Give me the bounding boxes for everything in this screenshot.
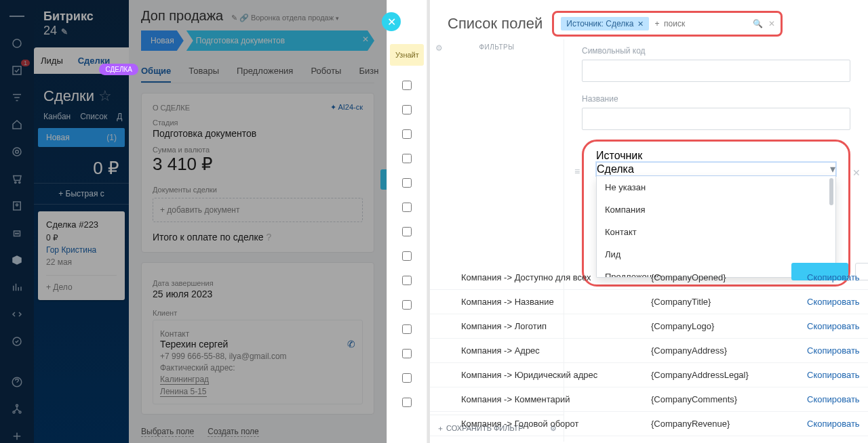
scrollbar[interactable]	[829, 178, 833, 205]
row-checkbox[interactable]	[402, 178, 412, 188]
row-checkbox[interactable]	[402, 154, 412, 163]
token-remove[interactable]: ✕	[637, 20, 644, 28]
copy-link[interactable]: Скопировать	[807, 345, 860, 356]
field-name: Компания -> Название	[461, 297, 651, 307]
field-code: {CompanyOpened}	[651, 272, 807, 282]
copy-link[interactable]: Скопировать	[807, 394, 860, 404]
row-checkbox[interactable]	[402, 129, 412, 139]
search-icon[interactable]: 🔍	[753, 19, 763, 28]
gear-icon[interactable]: ⚙	[435, 43, 443, 53]
table-row: Компания -> Валюта{CompanyCurrencyId}Ско…	[430, 436, 868, 443]
code-input[interactable]	[582, 60, 850, 82]
clear-search[interactable]: ✕	[768, 19, 775, 28]
option[interactable]: Компания	[597, 198, 835, 221]
table-row: Компания -> Логотип{CompanyLogo}Скопиров…	[430, 314, 868, 339]
name-input[interactable]	[582, 108, 850, 130]
row-checkbox[interactable]	[402, 373, 412, 383]
table-row: Компания -> Название{CompanyTitle}Скопир…	[430, 290, 868, 314]
row-checkbox[interactable]	[402, 398, 412, 407]
field-code: {CompanyAddress}	[651, 345, 807, 356]
field-name: Компания -> Логотип	[461, 321, 651, 331]
field-name: Компания -> Годовой оборот	[461, 419, 651, 429]
hint-banner: Узнайт	[390, 44, 424, 66]
field-name: Компания -> Доступно для всех	[461, 272, 651, 282]
fields-table: Компания -> Доступно для всех{CompanyOpe…	[430, 266, 868, 443]
field-code: {CompanyTitle}	[651, 297, 807, 307]
table-row: Компания -> Годовой оборот{CompanyRevenu…	[430, 412, 868, 436]
field-name: Компания -> Комментарий	[461, 394, 651, 404]
field-code: {CompanyComments}	[651, 394, 807, 404]
row-checkbox[interactable]	[402, 227, 412, 236]
copy-link[interactable]: Скопировать	[807, 370, 860, 380]
row-checkbox[interactable]	[402, 349, 412, 358]
field-name: Компания -> Юридический адрес	[461, 370, 651, 380]
panel-title: Список полей	[448, 15, 542, 33]
field-name: Компания -> Адрес	[461, 345, 651, 356]
table-row: Компания -> Комментарий{CompanyComments}…	[430, 387, 868, 412]
row-checkbox[interactable]	[402, 251, 412, 261]
close-slideout[interactable]: ✕	[382, 12, 401, 31]
row-checkbox[interactable]	[402, 324, 412, 334]
checkbox-column: ✕ Узнайт	[387, 0, 427, 443]
deal-badge: СДЕЛКА	[99, 64, 138, 75]
copy-link[interactable]: Скопировать	[807, 321, 860, 331]
drag-handle-icon[interactable]: ≡	[574, 166, 580, 177]
filter-search[interactable]: Источник: Сделка✕ 🔍✕	[552, 11, 783, 37]
option[interactable]: Контакт	[597, 221, 835, 243]
row-checkbox[interactable]	[402, 81, 412, 90]
row-checkbox[interactable]	[402, 203, 412, 212]
row-checkbox[interactable]	[402, 105, 412, 114]
copy-link[interactable]: Скопировать	[807, 272, 860, 282]
clear-field[interactable]: ✕	[852, 167, 861, 178]
filter-token[interactable]: Источник: Сделка✕	[561, 17, 649, 30]
chevron-down-icon: ▾	[830, 163, 835, 175]
row-checkbox[interactable]	[402, 276, 412, 285]
copy-link[interactable]: Скопировать	[807, 297, 860, 307]
row-checkbox[interactable]	[402, 300, 412, 310]
table-row: Компания -> Доступно для всех{CompanyOpe…	[430, 266, 868, 290]
fields-panel: Список полей Источник: Сделка✕ 🔍✕ ⚙ ФИЛЬ…	[427, 0, 868, 443]
field-code: {CompanyRevenue}	[651, 419, 807, 429]
field-code: {CompanyAddressLegal}	[651, 370, 807, 380]
table-row: Компания -> Адрес{CompanyAddress}Скопиро…	[430, 339, 868, 363]
field-code: {CompanyLogo}	[651, 321, 807, 331]
table-row: Компания -> Юридический адрес{CompanyAdd…	[430, 363, 868, 387]
source-select[interactable]: Сделка ▾	[596, 162, 836, 176]
option[interactable]: Не указан	[597, 176, 835, 198]
copy-link[interactable]: Скопировать	[807, 419, 860, 429]
